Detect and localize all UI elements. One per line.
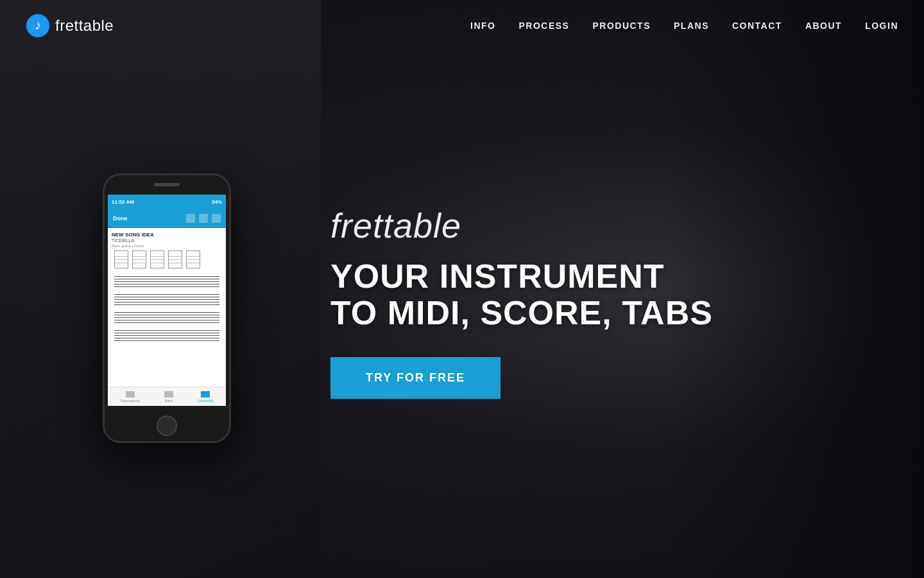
staff-line — [114, 286, 219, 287]
nav-link-plans[interactable]: PLANS — [674, 21, 709, 31]
staff-line — [114, 317, 219, 318]
logo-link[interactable]: ♪ frettable — [26, 13, 114, 38]
phone-screen: 11:52 AM 34% Done NEW SONG IDEA TICEBILL… — [108, 195, 226, 406]
staff-line — [114, 322, 219, 323]
staff-line — [114, 320, 219, 320]
cta-try-free-button[interactable]: TRY FOR FREE — [330, 357, 501, 399]
staff-line — [114, 335, 219, 336]
nav-link-info[interactable]: INFO — [470, 21, 495, 31]
logo-icon: ♪ — [26, 13, 50, 38]
phone-meta-info: Bass guitar / Piano — [112, 244, 222, 248]
hero-headline-line2: TO MIDI, SCORE, TABS — [330, 294, 713, 331]
svg-text:♪: ♪ — [35, 18, 41, 32]
chord-box-4 — [168, 250, 182, 268]
staff-lines-2 — [114, 293, 219, 306]
staff-line — [114, 281, 219, 282]
chord-boxes — [112, 250, 222, 268]
hero-headline-line1: YOUR INSTRUMENT — [330, 258, 665, 295]
staff-line — [114, 284, 219, 285]
phone-nav-icons — [186, 214, 221, 223]
phone-tab-transcriptions: Transcriptions — [120, 391, 140, 403]
phone-content-area: NEW SONG IDEA TICEBILLA Bass guitar / Pi… — [108, 228, 226, 352]
logo-text: frettable — [55, 17, 114, 35]
phone-tab-icon-transcriptions — [126, 391, 135, 398]
phone-done-button: Done — [113, 215, 128, 222]
staff-group-2 — [114, 293, 219, 306]
chord-box-2 — [132, 250, 146, 268]
staff-group-4 — [114, 329, 219, 342]
phone-speaker — [154, 183, 180, 186]
staff-line — [114, 279, 219, 279]
phone-time: 11:52 AM — [112, 199, 134, 205]
hero-headline: YOUR INSTRUMENT TO MIDI, SCORE, TABS — [330, 258, 713, 331]
phone-battery: 34% — [212, 199, 222, 205]
staff-line — [114, 312, 219, 313]
staff-line — [114, 276, 219, 277]
nav-links-container: INFO PROCESS PRODUCTS PLANS CONTACT ABOU… — [470, 21, 898, 31]
chord-box-5 — [186, 250, 200, 268]
phone-mockup: 11:52 AM 34% Done NEW SONG IDEA TICEBILL… — [103, 173, 231, 443]
phone-tab-label-community: Community — [198, 399, 214, 403]
phone-song-title: NEW SONG IDEA — [112, 232, 222, 238]
phone-song-subtitle: TICEBILLA — [112, 238, 222, 243]
staff-line — [114, 340, 219, 341]
nav-link-about[interactable]: ABOUT — [805, 21, 842, 31]
staff-line — [114, 330, 219, 331]
staff-group-3 — [114, 311, 219, 324]
phone-tab-icon-community — [201, 391, 210, 398]
chord-box-3 — [150, 250, 164, 268]
staff-line — [114, 338, 219, 338]
staff-line — [114, 302, 219, 302]
phone-status-bar: 11:52 AM 34% — [108, 195, 226, 209]
phone-tab-label-transcriptions: Transcriptions — [120, 399, 140, 403]
phone-nav-icon-2 — [199, 214, 208, 223]
nav-link-products[interactable]: PRODUCTS — [592, 21, 651, 31]
phone-tab-icon-band — [164, 391, 173, 398]
staff-lines-4 — [114, 329, 219, 342]
phone-nav-icon-3 — [212, 214, 221, 223]
chord-box-1 — [114, 250, 128, 268]
nav-link-process[interactable]: PROCESS — [518, 21, 569, 31]
phone-tab-community: Community — [198, 391, 214, 403]
phone-tab-band: Band — [164, 391, 173, 403]
staff-line — [114, 333, 219, 333]
staff-line — [114, 294, 219, 295]
phone-home-button — [157, 416, 177, 436]
hero-brand-name: frettable — [330, 206, 713, 245]
staff-line — [114, 315, 219, 315]
phone-nav-icon-1 — [186, 214, 195, 223]
staff-line — [114, 299, 219, 300]
hero-section: ♪ frettable INFO PROCESS PRODUCTS PLANS … — [0, 0, 924, 578]
phone-tab-label-band: Band — [165, 399, 173, 403]
phone-outer-shell: 11:52 AM 34% Done NEW SONG IDEA TICEBILL… — [103, 173, 231, 443]
nav-link-login[interactable]: LOGIN — [865, 21, 898, 31]
phone-bottom-bar: Transcriptions Band Community — [108, 387, 226, 406]
main-navigation: ♪ frettable INFO PROCESS PRODUCTS PLANS … — [0, 0, 924, 51]
phone-nav-bar: Done — [108, 209, 226, 228]
staff-line — [114, 304, 219, 305]
staff-group-1 — [114, 275, 219, 288]
nav-link-contact[interactable]: CONTACT — [732, 21, 782, 31]
staff-lines-3 — [114, 311, 219, 324]
hero-content: frettable YOUR INSTRUMENT TO MIDI, SCORE… — [330, 206, 713, 399]
staff-lines-1 — [114, 275, 219, 288]
sheet-music — [112, 274, 222, 348]
staff-line — [114, 297, 219, 297]
